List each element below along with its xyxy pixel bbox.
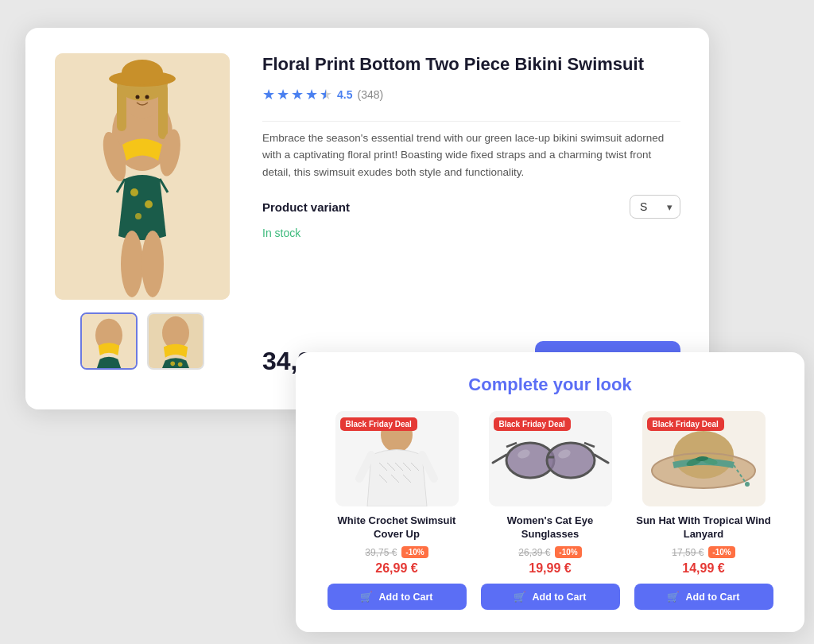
rating-count: (348) — [357, 88, 383, 101]
mini-image-wrapper-2: Black Friday Deal — [489, 411, 612, 506]
divider-1 — [262, 121, 680, 122]
black-friday-badge-1: Black Friday Deal — [340, 417, 417, 431]
star-1: ★ — [262, 86, 275, 103]
products-row: Black Friday Deal White Crochet Swimsuit… — [318, 411, 782, 610]
price-row-1: 39,75 € -10% — [365, 546, 428, 558]
price-row-2: 26,39 € -10% — [518, 546, 581, 558]
complete-look-title: Complete your look — [318, 374, 782, 395]
mini-product-card-3: Black Friday Deal Sun Hat With Tropical … — [634, 411, 773, 610]
discount-badge-3: -10% — [708, 546, 735, 558]
svg-point-9 — [145, 200, 153, 208]
thumbnail-1[interactable] — [80, 312, 138, 370]
svg-rect-5 — [158, 83, 168, 139]
thumbnail-2[interactable] — [147, 312, 204, 370]
mini-add-to-cart-button-2[interactable]: 🛒 Add to Cart — [481, 584, 620, 610]
mini-product-name-3: Sun Hat With Tropical Wind Lanyard — [634, 514, 773, 541]
black-friday-badge-3: Black Friday Deal — [647, 417, 724, 431]
variant-select[interactable]: S M L XL — [630, 195, 680, 219]
mini-add-to-cart-button-1[interactable]: 🛒 Add to Cart — [328, 584, 467, 610]
main-product-image — [55, 53, 230, 300]
mini-product-name-1: White Crochet Swimsuit Cover Up — [328, 514, 467, 541]
svg-point-16 — [141, 231, 164, 297]
original-price-3: 17,59 € — [672, 547, 704, 558]
mini-cart-icon-3: 🛒 — [667, 591, 680, 603]
stock-status: In stock — [262, 227, 680, 239]
star-4: ★ — [305, 86, 318, 103]
price-row-3: 17,59 € -10% — [672, 546, 735, 558]
mini-add-to-cart-label-3: Add to Cart — [685, 592, 739, 603]
mini-add-to-cart-label-1: Add to Cart — [378, 592, 432, 603]
star-5-half: ★ ★ — [320, 86, 332, 103]
rating-value: 4.5 — [337, 88, 352, 101]
discount-badge-1: -10% — [401, 546, 428, 558]
black-friday-badge-2: Black Friday Deal — [494, 417, 571, 431]
complete-look-card: Complete your look — [296, 352, 804, 632]
svg-point-23 — [170, 362, 175, 367]
svg-point-17 — [136, 95, 140, 99]
mini-product-name-2: Women's Cat Eye Sunglasses — [481, 514, 620, 541]
sale-price-3: 14,99 € — [682, 561, 724, 576]
mini-add-to-cart-label-2: Add to Cart — [532, 592, 586, 603]
svg-point-15 — [121, 231, 143, 297]
mini-image-wrapper-1: Black Friday Deal — [335, 411, 459, 506]
star-3: ★ — [291, 86, 304, 103]
product-details: Floral Print Bottom Two Piece Bikini Swi… — [262, 53, 680, 381]
original-price-2: 26,39 € — [518, 547, 550, 558]
page-wrapper: Floral Print Bottom Two Piece Bikini Swi… — [25, 28, 789, 616]
product-title: Floral Print Bottom Two Piece Bikini Swi… — [262, 53, 680, 76]
star-2: ★ — [277, 86, 289, 103]
mini-image-wrapper-3: Black Friday Deal — [642, 411, 766, 506]
mini-cart-icon-2: 🛒 — [514, 591, 526, 603]
svg-point-7 — [122, 60, 163, 85]
svg-point-8 — [130, 188, 138, 196]
product-description: Embrace the season's essential trend wit… — [262, 130, 680, 181]
stars: ★ ★ ★ ★ ★ ★ — [262, 86, 332, 103]
discount-badge-2: -10% — [555, 546, 581, 558]
mini-cart-icon-1: 🛒 — [360, 591, 373, 603]
svg-point-57 — [745, 482, 750, 487]
original-price-1: 39,75 € — [365, 547, 397, 558]
mini-product-card-2: Black Friday Deal Women's Cat Eye Sungla… — [481, 411, 620, 610]
variant-select-wrapper[interactable]: S M L XL — [630, 195, 680, 219]
mini-product-card-1: Black Friday Deal White Crochet Swimsuit… — [328, 411, 467, 610]
sale-price-2: 19,99 € — [529, 561, 571, 576]
variant-row: Product variant S M L XL — [262, 195, 680, 219]
product-images — [51, 53, 234, 381]
sale-price-1: 26,99 € — [375, 561, 417, 576]
svg-point-24 — [178, 362, 183, 367]
svg-rect-4 — [117, 83, 126, 131]
thumbnail-row — [80, 312, 204, 370]
svg-point-18 — [145, 95, 149, 99]
mini-add-to-cart-button-3[interactable]: 🛒 Add to Cart — [634, 584, 773, 610]
rating-row: ★ ★ ★ ★ ★ ★ 4.5 (348) — [262, 86, 680, 103]
variant-label: Product variant — [262, 200, 350, 214]
svg-point-10 — [135, 213, 141, 219]
